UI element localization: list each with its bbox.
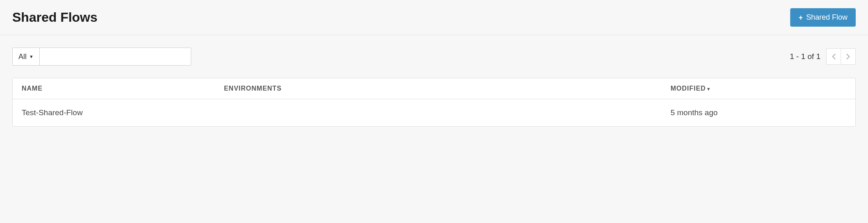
next-page-button[interactable] <box>841 48 856 65</box>
column-header-environments[interactable]: ENVIRONMENTS <box>215 78 662 99</box>
column-header-modified-label: MODIFIED <box>671 85 706 92</box>
filter-selected-label: All <box>18 52 27 61</box>
filter-group: All ▼ <box>12 48 191 66</box>
cell-name: Test-Shared-Flow <box>13 99 215 126</box>
pagination-range: 1 - 1 of 1 <box>790 52 821 61</box>
table-row[interactable]: Test-Shared-Flow 5 months ago <box>13 99 855 126</box>
caret-down-icon: ▼ <box>29 54 34 59</box>
table-header-row: NAME ENVIRONMENTS MODIFIED▼ <box>13 78 855 99</box>
pagination-buttons <box>826 48 856 65</box>
sort-descending-icon: ▼ <box>706 86 711 91</box>
prev-page-button[interactable] <box>826 48 841 65</box>
pagination: 1 - 1 of 1 <box>790 48 856 65</box>
cell-environments <box>215 99 662 126</box>
toolbar: All ▼ 1 - 1 of 1 <box>12 48 856 66</box>
column-header-modified[interactable]: MODIFIED▼ <box>662 78 855 99</box>
add-button-label: Shared Flow <box>806 13 848 22</box>
page-header: Shared Flows + Shared Flow <box>0 0 868 35</box>
page-title: Shared Flows <box>12 10 97 25</box>
chevron-left-icon <box>832 54 836 59</box>
filter-dropdown[interactable]: All ▼ <box>12 48 40 66</box>
shared-flows-table: NAME ENVIRONMENTS MODIFIED▼ Test-Shared-… <box>12 78 856 127</box>
plus-icon: + <box>798 14 803 21</box>
content-area: All ▼ 1 - 1 of 1 NAME <box>0 35 868 139</box>
column-header-name[interactable]: NAME <box>13 78 215 99</box>
column-header-name-label: NAME <box>22 85 43 92</box>
search-input[interactable] <box>40 48 191 66</box>
add-shared-flow-button[interactable]: + Shared Flow <box>790 8 856 27</box>
column-header-environments-label: ENVIRONMENTS <box>224 85 282 92</box>
cell-modified: 5 months ago <box>662 99 855 126</box>
chevron-right-icon <box>846 54 850 59</box>
